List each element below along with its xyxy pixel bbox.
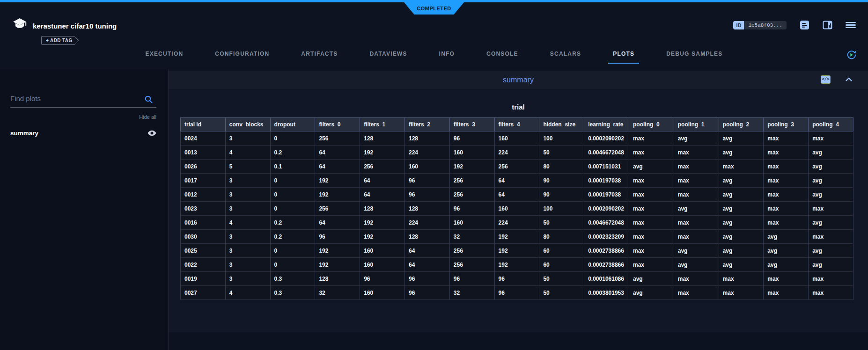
table-cell: 3 [225, 258, 270, 272]
table-cell: 224 [494, 146, 539, 160]
table-cell: 64 [315, 146, 360, 160]
details-panel-icon[interactable] [823, 20, 832, 30]
table-cell: 96 [405, 174, 449, 188]
table-cell: max [674, 188, 719, 202]
table-cell: max [719, 160, 764, 174]
table-cell: 4 [225, 146, 270, 160]
collapse-chevron-icon[interactable] [846, 77, 852, 81]
table-cell: 96 [494, 286, 539, 300]
table-cell: max [674, 286, 719, 300]
table-cell: 0013 [181, 146, 226, 160]
table-cell: 0 [270, 131, 315, 146]
table-cell: 0.3 [270, 272, 315, 286]
table-cell: 0 [270, 244, 315, 258]
table-cell: max [674, 216, 719, 230]
table-row: 00253019216064256192600.0002738866maxavg… [181, 244, 853, 258]
table-cell: 50 [539, 286, 584, 300]
table-cell: 96 [449, 272, 494, 286]
tab-console[interactable]: CONSOLE [482, 49, 523, 64]
table-cell: 96 [405, 286, 449, 300]
table-cell: 0 [270, 202, 315, 216]
table-cell: 0.0002090202 [584, 202, 629, 216]
auto-refresh-icon[interactable] [846, 50, 857, 60]
tab-info[interactable]: INFO [434, 49, 459, 64]
table-cell: 160 [360, 244, 405, 258]
menu-icon[interactable] [846, 22, 856, 29]
table-cell: 0.0002738866 [584, 258, 629, 272]
table-cell: 0.000197038 [584, 174, 629, 188]
table-cell: 128 [405, 202, 449, 216]
plot-group-title: summary [169, 71, 868, 89]
table-cell: avg [809, 244, 853, 258]
column-header: pooling_1 [674, 118, 719, 131]
table-row: 00223019216064256192600.0002738866maxavg… [181, 258, 853, 272]
table-cell: avg [809, 146, 853, 160]
table-cell: 0016 [181, 216, 226, 230]
plot-item-label: summary [10, 130, 38, 137]
add-tag-button[interactable]: + ADD TAG [41, 36, 74, 45]
table-cell: 160 [449, 216, 494, 230]
table-cell: 128 [405, 131, 449, 146]
table-cell: 0.1 [270, 160, 315, 174]
table-cell: 4 [225, 286, 270, 300]
table-cell: 192 [360, 146, 405, 160]
column-header: filters_2 [405, 118, 449, 131]
table-cell: avg [719, 146, 764, 160]
table-cell: 64 [360, 174, 405, 188]
plot-area: trial trial idconv_blocksdropoutfilters_… [169, 89, 868, 332]
table-row: 001730192649625664900.000197038maxmaxavg… [181, 174, 853, 188]
tab-execution[interactable]: EXECUTION [140, 49, 188, 64]
tab-configuration[interactable]: CONFIGURATION [210, 49, 274, 64]
id-label: ID [733, 21, 744, 29]
table-cell: max [764, 174, 809, 188]
eye-icon[interactable] [147, 130, 156, 136]
table-cell: 64 [494, 174, 539, 188]
search-icon[interactable] [145, 95, 153, 103]
table-cell: 90 [539, 174, 584, 188]
status-badge: COMPLETED [404, 2, 464, 15]
column-header: learning_rate [584, 118, 629, 131]
table-cell: 100 [539, 131, 584, 146]
table-cell: 64 [405, 244, 449, 258]
experiment-id-badge: ID 1e5a8f03... [733, 21, 787, 29]
table-cell: 3 [225, 202, 270, 216]
table-cell: 0027 [181, 286, 226, 300]
table-cell: max [629, 131, 674, 146]
search-input[interactable] [10, 93, 141, 107]
id-value[interactable]: 1e5a8f03... [744, 21, 787, 29]
table-cell: max [764, 131, 809, 146]
table-cell: 160 [360, 258, 405, 272]
plot-list-item-summary[interactable]: summary [10, 126, 156, 139]
tab-dataviews[interactable]: DATAVIEWS [365, 49, 412, 64]
table-cell: 64 [315, 216, 360, 230]
table-cell: max [629, 174, 674, 188]
notes-icon[interactable] [800, 20, 809, 30]
trial-table-header-row: trial idconv_blocksdropoutfilters_0filte… [181, 118, 853, 131]
column-header: filters_0 [315, 118, 360, 131]
chart-title: trial [169, 89, 868, 111]
column-header: conv_blocks [225, 118, 270, 131]
table-cell: max [764, 272, 809, 286]
tab-artifacts[interactable]: ARTIFACTS [296, 49, 342, 64]
table-cell: avg [719, 258, 764, 272]
table-cell: 80 [539, 230, 584, 244]
table-cell: 0.3 [270, 286, 315, 300]
column-header: pooling_2 [719, 118, 764, 131]
app-logo-icon [12, 16, 27, 31]
table-cell: 0.2 [270, 146, 315, 160]
table-cell: 160 [449, 146, 494, 160]
table-row: 002650.164256160192256800.007151031avgma… [181, 160, 853, 174]
table-cell: max [674, 160, 719, 174]
table-cell: avg [674, 244, 719, 258]
tab-plots[interactable]: PLOTS [608, 49, 639, 64]
table-cell: avg [809, 160, 853, 174]
table-cell: 160 [405, 160, 449, 174]
embed-code-icon[interactable]: </> [821, 75, 831, 84]
table-cell: 0030 [181, 230, 226, 244]
tab-scalars[interactable]: SCALARS [545, 49, 586, 64]
hide-all-button[interactable]: Hide all [139, 114, 156, 120]
table-cell: avg [629, 160, 674, 174]
table-row: 002740.332160963296500.0003801953avgmaxm… [181, 286, 853, 300]
tab-debug-samples[interactable]: DEBUG SAMPLES [662, 49, 727, 64]
table-cell: 192 [315, 258, 360, 272]
